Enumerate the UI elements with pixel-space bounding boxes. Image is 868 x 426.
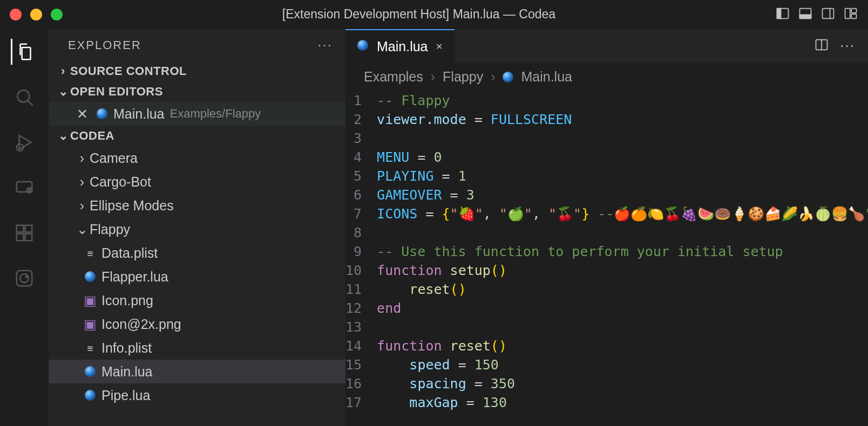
run-debug-icon[interactable] bbox=[11, 129, 37, 155]
lineno: 7 bbox=[345, 204, 377, 223]
section-open-editors[interactable]: ⌄ OPEN EDITORS bbox=[49, 81, 345, 102]
chevron-right-icon: › bbox=[431, 69, 435, 85]
chevron-down-icon: ⌄ bbox=[56, 85, 70, 99]
lineno: 13 bbox=[345, 318, 377, 336]
chevron-down-icon: ⌄ bbox=[74, 222, 90, 237]
tabs-row: Main.lua ✕ ··· bbox=[345, 29, 868, 63]
section-workspace[interactable]: ⌄ CODEA bbox=[49, 126, 345, 146]
title-actions bbox=[775, 6, 858, 23]
section-source-control[interactable]: › SOURCE CONTROL bbox=[49, 61, 345, 81]
chevron-right-icon: › bbox=[491, 69, 495, 85]
svg-point-23 bbox=[26, 276, 28, 277]
plist-icon: ≡ bbox=[82, 248, 98, 259]
titlebar: [Extension Development Host] Main.lua — … bbox=[0, 0, 868, 29]
breadcrumb-item[interactable]: Examples bbox=[364, 69, 423, 85]
lua-icon bbox=[503, 72, 513, 83]
section-label: SOURCE CONTROL bbox=[70, 64, 187, 78]
file-item[interactable]: Main.lua bbox=[49, 360, 345, 383]
activity-bar bbox=[0, 29, 49, 426]
svg-rect-21 bbox=[17, 271, 32, 286]
lua-icon bbox=[82, 390, 98, 401]
editor-area: Main.lua ✕ ··· Examples › Flappy › Main.… bbox=[345, 29, 868, 426]
file-item[interactable]: ▣Icon@2x.png bbox=[49, 312, 345, 336]
panel-bottom-icon[interactable] bbox=[798, 6, 813, 23]
lineno: 11 bbox=[345, 280, 377, 299]
lineno: 4 bbox=[345, 148, 377, 167]
image-icon: ▣ bbox=[82, 317, 98, 332]
folder-item[interactable]: ›Cargo-Bot bbox=[49, 170, 345, 194]
window-controls bbox=[10, 9, 63, 20]
open-editor-item[interactable]: ✕ Main.lua Examples/Flappy bbox=[49, 102, 345, 126]
folder-item[interactable]: ›Ellipse Modes bbox=[49, 194, 345, 217]
svg-marker-11 bbox=[19, 135, 31, 149]
lineno: 8 bbox=[345, 223, 377, 242]
panel-left-icon[interactable] bbox=[775, 6, 790, 23]
minimize-window-button[interactable] bbox=[30, 9, 42, 20]
sidebar-header: EXPLORER ··· bbox=[49, 29, 345, 61]
lua-icon bbox=[357, 40, 369, 53]
svg-rect-20 bbox=[25, 225, 32, 232]
file-name: Main.lua bbox=[113, 106, 165, 122]
file-item[interactable]: Pipe.lua bbox=[49, 383, 345, 407]
maximize-window-button[interactable] bbox=[51, 9, 63, 20]
file-item[interactable]: Flapper.lua bbox=[49, 265, 345, 288]
image-icon: ▣ bbox=[82, 293, 98, 308]
sidebar-title: EXPLORER bbox=[68, 38, 141, 52]
svg-rect-3 bbox=[800, 15, 811, 18]
svg-rect-1 bbox=[777, 8, 781, 18]
lineno: 9 bbox=[345, 242, 377, 261]
breadcrumb-item[interactable]: Main.lua bbox=[521, 69, 572, 85]
remote-icon[interactable] bbox=[11, 175, 37, 201]
window-title: [Extension Development Host] Main.lua — … bbox=[63, 7, 775, 22]
tab-label: Main.lua bbox=[377, 39, 428, 54]
svg-rect-18 bbox=[17, 234, 24, 241]
lineno: 2 bbox=[345, 110, 377, 129]
svg-point-9 bbox=[17, 90, 29, 102]
file-item[interactable]: ▣Icon.png bbox=[49, 288, 345, 312]
more-icon[interactable]: ··· bbox=[317, 37, 333, 53]
lineno: 14 bbox=[345, 336, 377, 355]
svg-rect-17 bbox=[17, 225, 24, 232]
lineno: 10 bbox=[345, 261, 377, 280]
panel-right-icon[interactable] bbox=[820, 6, 836, 23]
extensions-icon[interactable] bbox=[11, 220, 37, 246]
svg-line-10 bbox=[28, 101, 33, 106]
tab-actions: ··· bbox=[814, 37, 868, 54]
breadcrumb-item[interactable]: Flappy bbox=[443, 69, 483, 85]
close-window-button[interactable] bbox=[10, 9, 22, 20]
folder-item[interactable]: ⌄Flappy bbox=[49, 217, 345, 241]
close-icon[interactable]: ✕ bbox=[74, 106, 90, 122]
lua-icon bbox=[82, 271, 98, 282]
sidebar: EXPLORER ··· › SOURCE CONTROL ⌄ OPEN EDI… bbox=[49, 29, 345, 426]
breadcrumbs[interactable]: Examples › Flappy › Main.lua bbox=[345, 63, 868, 91]
search-icon[interactable] bbox=[11, 84, 37, 110]
section-label: CODEA bbox=[70, 129, 114, 143]
lineno: 5 bbox=[345, 167, 377, 185]
split-editor-icon[interactable] bbox=[814, 37, 829, 54]
lua-icon bbox=[82, 366, 98, 377]
svg-rect-7 bbox=[851, 8, 856, 12]
explorer-icon[interactable] bbox=[11, 39, 37, 65]
svg-rect-19 bbox=[25, 234, 32, 241]
lineno: 15 bbox=[345, 355, 377, 374]
lineno: 3 bbox=[345, 129, 377, 148]
file-path: Examples/Flappy bbox=[170, 107, 261, 121]
svg-rect-4 bbox=[823, 8, 834, 18]
close-icon[interactable]: ✕ bbox=[436, 42, 443, 52]
layout-icon[interactable] bbox=[843, 6, 858, 23]
svg-rect-6 bbox=[845, 8, 850, 18]
chevron-right-icon: › bbox=[74, 150, 90, 166]
lineno: 17 bbox=[345, 393, 377, 412]
file-tree: ›Camera ›Cargo-Bot ›Ellipse Modes ⌄Flapp… bbox=[49, 146, 345, 407]
file-item[interactable]: ≡Info.plist bbox=[49, 336, 345, 360]
lineno: 16 bbox=[345, 374, 377, 393]
codea-icon[interactable] bbox=[11, 265, 37, 291]
chevron-right-icon: › bbox=[74, 198, 90, 214]
file-item[interactable]: ≡Data.plist bbox=[49, 241, 345, 265]
plist-icon: ≡ bbox=[82, 342, 98, 354]
code-editor[interactable]: 1-- Flappy 2viewer.mode = FULLSCREEN 3 4… bbox=[345, 91, 868, 426]
chevron-right-icon: › bbox=[56, 64, 70, 78]
tab-main-lua[interactable]: Main.lua ✕ bbox=[345, 29, 455, 63]
folder-item[interactable]: ›Camera bbox=[49, 146, 345, 170]
more-icon[interactable]: ··· bbox=[840, 37, 855, 54]
